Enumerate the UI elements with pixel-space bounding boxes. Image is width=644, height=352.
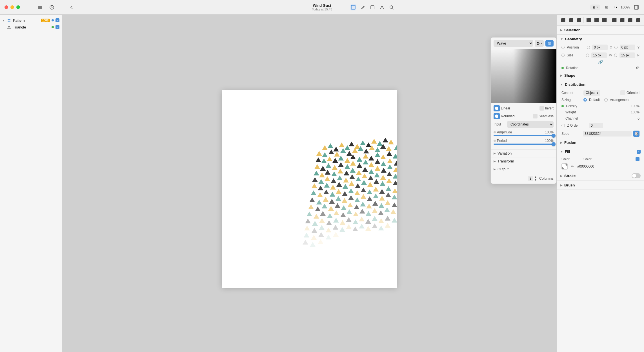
fill-header[interactable]: ▼ Fill ✓ xyxy=(557,147,644,156)
shape-header[interactable]: ▶ Shape xyxy=(557,71,644,80)
period-track[interactable] xyxy=(494,144,554,145)
grid-icon[interactable]: ⊞ xyxy=(603,4,610,10)
layers-icon[interactable] xyxy=(37,4,43,10)
view-toggle[interactable]: ⊞ ▾ xyxy=(590,5,600,10)
position-x-radio[interactable] xyxy=(587,46,590,49)
svg-marker-105 xyxy=(318,186,323,190)
size-radio[interactable] xyxy=(561,54,565,57)
sizing-arrangement-radio[interactable] xyxy=(604,98,608,102)
distribute-v-icon[interactable]: ⬛ xyxy=(618,16,626,24)
fill-enabled-checkbox[interactable]: ✓ xyxy=(637,150,641,154)
search-icon[interactable] xyxy=(388,4,395,10)
columns-stepper[interactable]: 3 ▲ ▼ xyxy=(528,175,537,181)
size-w-input[interactable] xyxy=(591,52,607,58)
input-select[interactable]: Coordinates xyxy=(507,121,554,128)
distribution-header[interactable]: ▼ Distribution xyxy=(557,80,644,89)
seamless-checkbox[interactable] xyxy=(533,114,538,118)
z-order-radio[interactable] xyxy=(561,124,565,127)
period-thumb[interactable] xyxy=(552,142,556,146)
stroke-title: Stroke xyxy=(564,174,632,178)
stepper-up[interactable]: ▲ xyxy=(534,175,537,178)
close-button[interactable] xyxy=(5,5,8,9)
stroke-toggle[interactable] xyxy=(632,173,641,178)
pen-icon[interactable] xyxy=(360,4,366,10)
position-y-radio[interactable] xyxy=(614,46,618,49)
period-label: Period xyxy=(497,139,507,143)
geometry-header[interactable]: ▼ Geometry xyxy=(557,35,644,43)
maximize-button[interactable] xyxy=(16,5,20,9)
minimize-button[interactable] xyxy=(10,5,14,9)
position-radio[interactable] xyxy=(561,46,565,49)
align-left-icon[interactable]: ⬛ xyxy=(559,16,567,24)
fill-edit-icon[interactable]: ✏ xyxy=(570,164,575,169)
fill-color-swatch[interactable] xyxy=(561,163,568,170)
brush-header[interactable]: ▶ Brush xyxy=(557,181,644,190)
output-section[interactable]: ▶ Output xyxy=(491,165,556,173)
fusion-header[interactable]: ▶ Fusion xyxy=(557,138,644,147)
transform-section[interactable]: ▶ Transform xyxy=(491,157,556,165)
frame-select-icon[interactable] xyxy=(350,4,356,10)
distribute-h-icon[interactable]: ⬛ xyxy=(610,16,618,24)
align-center-v-icon[interactable]: ⬛ xyxy=(593,16,600,24)
history-icon[interactable] xyxy=(49,4,55,10)
size-w-radio[interactable] xyxy=(586,54,589,57)
stepper-down[interactable]: ▼ xyxy=(534,179,537,181)
linear-toggle[interactable] xyxy=(494,105,500,111)
z-order-row: Z Order xyxy=(557,122,644,129)
visibility-dot xyxy=(52,19,54,21)
sidebar-item-pattern[interactable]: ▼ Pattern 1088 ✓ xyxy=(0,17,62,24)
svg-marker-133 xyxy=(309,197,315,202)
svg-marker-131 xyxy=(392,188,397,193)
align-bottom-icon[interactable]: ⬛ xyxy=(601,16,608,24)
wave-delete-button[interactable]: 🗑 xyxy=(545,40,554,47)
canvas-area[interactable]: Wave ⚙ ▾ 🗑 xyxy=(62,15,557,352)
stepper-arrows[interactable]: ▲ ▼ xyxy=(534,175,537,181)
distribution-section: ▼ Distribution Content Object ▾ Oriented… xyxy=(557,80,644,138)
amplitude-track[interactable] xyxy=(494,135,554,136)
svg-marker-66 xyxy=(357,163,362,168)
align-center-h-icon[interactable]: ⬛ xyxy=(567,16,574,24)
stroke-section: ▶ Stroke xyxy=(557,171,644,181)
shape-icon[interactable] xyxy=(369,4,376,10)
sidebar-item-triangle[interactable]: Triangle ✓ xyxy=(0,24,62,30)
seed-randomize-button[interactable]: 🎲 xyxy=(633,131,639,137)
svg-marker-72 xyxy=(394,161,397,166)
svg-marker-60 xyxy=(320,166,326,171)
align-top-icon[interactable]: ⬛ xyxy=(585,16,592,24)
oriented-checkbox[interactable] xyxy=(620,90,625,95)
svg-marker-62 xyxy=(332,165,337,170)
stroke-chevron: ▶ xyxy=(560,174,563,177)
layer-checkbox[interactable]: ✓ xyxy=(55,18,59,22)
lock-row: 🔗 xyxy=(557,59,644,65)
content-select[interactable]: Object ▾ xyxy=(583,90,600,96)
sizing-default-radio[interactable] xyxy=(583,98,587,102)
triangle-checkbox[interactable]: ✓ xyxy=(55,25,59,29)
seed-input[interactable] xyxy=(583,131,632,137)
size-h-radio[interactable] xyxy=(614,54,617,57)
amplitude-thumb[interactable] xyxy=(552,134,556,138)
size-h-input[interactable] xyxy=(619,52,635,58)
align-right-icon[interactable]: ⬛ xyxy=(575,16,582,24)
compress-icon[interactable]: ⬛ xyxy=(634,16,641,24)
z-order-input[interactable] xyxy=(589,123,603,128)
back-icon[interactable] xyxy=(69,4,75,10)
stroke-header[interactable]: ▶ Stroke xyxy=(557,171,644,181)
invert-checkbox[interactable] xyxy=(539,106,544,111)
selection-header[interactable]: ▶ Selection xyxy=(557,26,644,34)
wave-gear-button[interactable]: ⚙ ▾ xyxy=(535,40,544,47)
sidebar-toggle-icon[interactable] xyxy=(633,4,639,10)
more-icon[interactable]: +▾ xyxy=(613,5,617,9)
color-type-toggle[interactable] xyxy=(636,157,639,161)
node-icon[interactable] xyxy=(379,4,385,10)
wave-type-select[interactable]: Wave xyxy=(494,40,533,47)
position-x-input[interactable] xyxy=(592,45,608,50)
position-y-input[interactable] xyxy=(620,45,635,50)
svg-marker-157 xyxy=(366,204,372,208)
rounded-toggle[interactable] xyxy=(494,113,500,119)
svg-marker-39 xyxy=(375,147,380,152)
variation-section[interactable]: ▶ Variation xyxy=(491,149,556,157)
gradient-preview xyxy=(491,49,556,103)
svg-marker-206 xyxy=(318,232,324,237)
expand-icon[interactable]: ⬛ xyxy=(626,16,634,24)
svg-marker-99 xyxy=(380,175,386,180)
